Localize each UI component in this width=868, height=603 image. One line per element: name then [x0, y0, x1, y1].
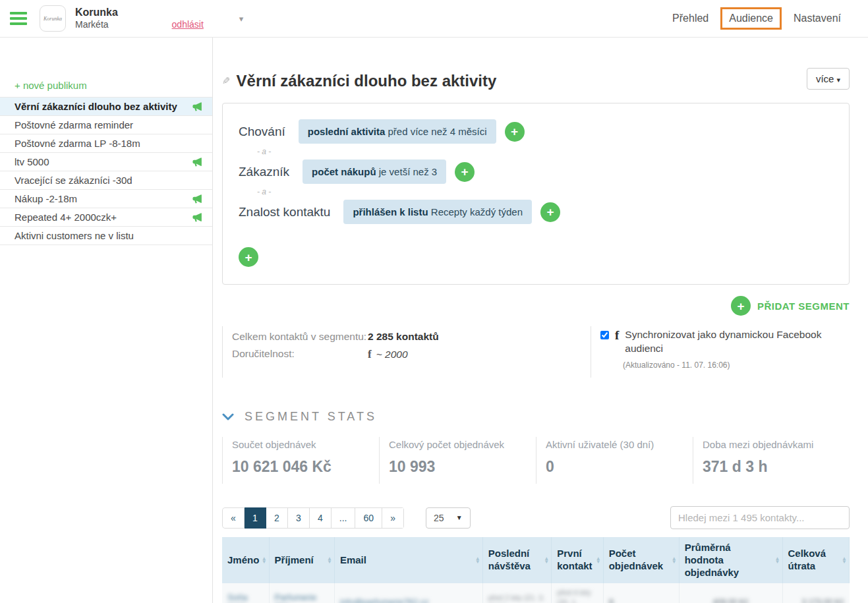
app-window: Korunka Korunka Markéta odhlásit ▾ Přehl…: [0, 0, 868, 603]
and-separator: - a -: [257, 187, 833, 196]
table-column-header[interactable]: Počet objednávek ▲▼: [603, 537, 679, 583]
and-separator: - a -: [257, 147, 833, 156]
facebook-sync-checkbox[interactable]: [600, 331, 609, 339]
add-segment-button[interactable]: + PŘIDAT SEGMENT: [222, 296, 850, 316]
stat-card-label: Celkový počet objednávek: [389, 439, 529, 450]
edit-title-icon[interactable]: ✎: [222, 75, 231, 87]
sort-icon: ▲▼: [672, 558, 677, 563]
megaphone-icon: [192, 212, 203, 223]
pagination-button[interactable]: 4: [310, 507, 332, 529]
stat-card: Celkový počet objednávek 10 993: [379, 437, 536, 484]
account-name: Korunka: [75, 6, 204, 19]
account-dropdown-caret-icon[interactable]: ▾: [239, 14, 244, 24]
contact-search-input[interactable]: [670, 506, 850, 529]
audience-list-item[interactable]: Repeated 4+ 2000czk+: [0, 208, 212, 227]
audience-item-label: Věrní zákazníci dlouho bez aktivity: [14, 101, 177, 112]
page-title: Věrní zákazníci dlouho bez aktivity: [237, 72, 497, 90]
segment-stats-cards: Součet objednávek 10 621 046 Kč Celkový …: [222, 437, 850, 484]
stat-card-value: 371 d 3 h: [703, 458, 843, 476]
condition-chip[interactable]: počet nákupů je vetší než 3: [303, 159, 446, 184]
pagination: « 1 2 3 4 ... 60 »: [222, 507, 404, 529]
stat-card-value: 0: [546, 458, 686, 476]
cell-posledni-navsteva: před 2 lety (21. 3. 2017): [488, 594, 545, 603]
sort-icon: ▲▼: [327, 558, 332, 563]
sort-icon: ▲▼: [596, 558, 601, 563]
pagination-button[interactable]: 3: [288, 507, 310, 529]
audience-item-label: Vracející se zákazníci -30d: [14, 175, 132, 186]
pagination-button[interactable]: 2: [266, 507, 288, 529]
audience-list-item[interactable]: Poštovné zdarma LP -8-18m: [0, 134, 212, 153]
pagination-button[interactable]: 1: [245, 507, 266, 529]
audience-item-label: Repeated 4+ 2000czk+: [14, 212, 117, 223]
top-nav: Přehled Audience Nastavení: [664, 7, 850, 30]
audience-list-item[interactable]: Poštovné zdarma reminder: [0, 116, 212, 134]
audience-list-item[interactable]: Aktivni customers ne v listu: [0, 227, 212, 245]
condition-chip[interactable]: přihlášen k listu Recepty každý týden: [343, 200, 532, 224]
pagination-button[interactable]: ...: [332, 507, 356, 529]
stat-card: Doba mezi objednávkami 371 d 3 h: [693, 437, 850, 484]
cell-pocet-objednavek: 8: [609, 597, 614, 603]
sort-icon: ▲▼: [775, 558, 780, 563]
contacts-total-label: Celkem kontaktů v segmentu:: [232, 328, 368, 345]
audience-list-item[interactable]: Věrní zákazníci dlouho bez aktivity: [0, 98, 212, 116]
menu-icon[interactable]: [10, 12, 27, 25]
condition-chip[interactable]: poslední aktivita před více než 4 měsíci: [299, 119, 496, 144]
audience-item-label: ltv 5000: [14, 156, 49, 167]
sort-icon: ▲▼: [262, 558, 267, 563]
deliverability-label: Doručitelnost:: [232, 345, 368, 362]
contacts-table: Jméno ▲▼ Příjmení ▲▼ Email ▲▼: [222, 537, 850, 603]
caret-down-icon: ▼: [456, 514, 463, 521]
page-size-select[interactable]: 25 ▼: [426, 507, 470, 529]
audience-list-item[interactable]: ltv 5000: [0, 153, 212, 171]
cell-celkova-utrata: 3 173.00 Kč: [801, 598, 844, 603]
cell-email: info@parfumerie762.cz: [340, 597, 429, 603]
audience-item-label: Poštovné zdarma LP -8-18m: [14, 138, 140, 149]
more-button[interactable]: více▾: [807, 68, 850, 90]
user-name: Markéta: [75, 19, 109, 31]
top-nav-item[interactable]: Nastavení: [785, 7, 850, 30]
account-logo[interactable]: Korunka: [40, 5, 66, 32]
account-logo-text: Korunka: [43, 16, 62, 22]
main-content: ✎ Věrní zákazníci dlouho bez aktivity ví…: [213, 38, 868, 603]
add-condition-button[interactable]: +: [540, 202, 560, 222]
facebook-sync-label: Synchronizovat jako dynamickou Facebook …: [625, 328, 823, 356]
sort-icon: ▲▼: [544, 558, 549, 563]
add-condition-button[interactable]: +: [505, 122, 525, 142]
table-column-header[interactable]: Jméno ▲▼: [222, 537, 269, 583]
caret-down-icon: ▾: [836, 76, 840, 84]
audience-item-label: Nákup -2-18m: [14, 193, 77, 204]
pagination-button[interactable]: 60: [355, 507, 382, 529]
stat-card: Aktivní uživatelé (30 dní) 0: [536, 437, 693, 484]
audience-list-item[interactable]: Nákup -2-18m: [0, 190, 212, 208]
segment-stats-title: SEGMENT STATS: [245, 410, 377, 424]
add-condition-button[interactable]: +: [455, 162, 475, 182]
table-column-header[interactable]: Průměrná hodnota objednávky ▲▼: [679, 537, 782, 583]
audience-sidebar: + nové publikum Věrní zákazníci dlouho b…: [0, 38, 213, 603]
megaphone-icon: [192, 193, 203, 204]
segment-summary: Celkem kontaktů v segmentu: Doručitelnos…: [222, 326, 850, 378]
table-column-header[interactable]: První kontakt ▲▼: [552, 537, 603, 583]
table-column-header[interactable]: Poslední návštěva ▲▼: [482, 537, 552, 583]
cell-prvni-kontakt: před 4 lety (20. 1. 2015): [557, 589, 591, 603]
table-column-header[interactable]: Příjmení ▲▼: [269, 537, 334, 583]
top-nav-item[interactable]: Přehled: [664, 7, 717, 30]
segment-stats-toggle[interactable]: SEGMENT STATS: [222, 410, 850, 424]
audience-item-label: Poštovné zdarma reminder: [14, 119, 133, 130]
audience-list-item[interactable]: Vracející se zákazníci -30d: [0, 171, 212, 190]
table-column-header[interactable]: Celková útrata ▲▼: [782, 537, 849, 583]
segment-condition-row: Zákazník počet nákupů je vetší než 3 +: [239, 159, 833, 184]
stat-card-label: Aktivní uživatelé (30 dní): [546, 439, 686, 450]
stat-card-value: 10 993: [389, 458, 529, 476]
table-row[interactable]: Soňa Holá Parfumerie 762 info@parfumerie…: [222, 583, 850, 603]
new-audience-link[interactable]: + nové publikum: [0, 76, 212, 97]
app-header: Korunka Korunka Markéta odhlásit ▾ Přehl…: [0, 0, 868, 38]
logout-link[interactable]: odhlásit: [172, 19, 204, 31]
sort-icon: ▲▼: [842, 558, 847, 563]
table-column-header[interactable]: Email ▲▼: [334, 537, 482, 583]
condition-category-label: Chování: [239, 125, 285, 139]
add-condition-category-button[interactable]: +: [239, 247, 258, 267]
pagination-button[interactable]: »: [382, 507, 404, 529]
top-nav-item[interactable]: Audience: [720, 7, 782, 30]
pagination-button[interactable]: «: [222, 507, 245, 529]
stat-card-value: 10 621 046 Kč: [232, 458, 372, 476]
